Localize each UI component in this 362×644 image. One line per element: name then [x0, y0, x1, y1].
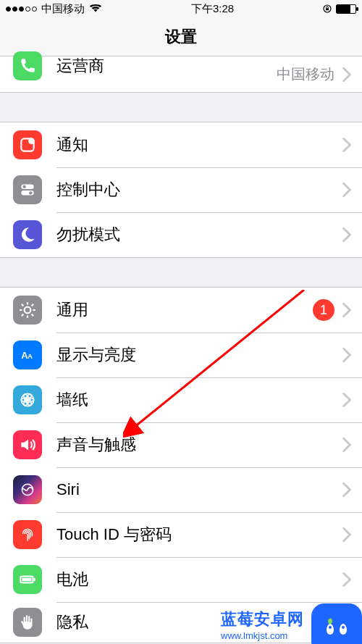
svg-point-8 — [25, 307, 31, 314]
signal-dots-icon — [6, 7, 37, 12]
chevron-right-icon — [342, 392, 352, 408]
fingerprint-icon — [13, 520, 42, 549]
group-device: 通知 控制中心 勿扰模式 — [0, 122, 362, 258]
row-dnd[interactable]: 勿扰模式 — [0, 212, 362, 257]
row-label: 墙纸 — [42, 389, 342, 411]
wifi-icon — [89, 3, 102, 15]
row-label: 控制中心 — [42, 179, 342, 201]
svg-rect-1 — [326, 8, 329, 10]
svg-point-3 — [28, 138, 35, 144]
battery-icon — [336, 4, 356, 14]
watermark-title: 蓝莓安卓网 — [221, 609, 304, 630]
svg-rect-27 — [22, 578, 31, 581]
row-general[interactable]: 通用 1 — [0, 288, 362, 333]
chevron-right-icon — [342, 67, 352, 83]
hand-icon — [13, 608, 42, 637]
row-wallpaper[interactable]: 墙纸 — [0, 377, 362, 422]
chevron-right-icon — [342, 347, 352, 363]
row-label: Touch ID 与密码 — [42, 524, 342, 545]
svg-point-7 — [29, 191, 32, 194]
chevron-right-icon — [342, 137, 352, 153]
screen: 中国移动 下午3:28 设置 运营商 中国移动 — [0, 0, 362, 644]
battery-row-icon — [13, 565, 42, 594]
row-control-center[interactable]: 控制中心 — [0, 167, 362, 212]
row-label: 勿扰模式 — [42, 224, 342, 246]
status-right — [323, 3, 356, 15]
badge-count: 1 — [313, 299, 334, 321]
row-label: Siri — [42, 480, 342, 499]
nav-bar: 设置 — [0, 17, 362, 57]
watermark: 蓝莓安卓网 www.lmkjst.com — [222, 593, 362, 644]
chevron-right-icon — [342, 182, 352, 198]
row-label: 运营商 — [42, 55, 277, 77]
row-label: 显示与亮度 — [42, 344, 342, 366]
row-siri[interactable]: Siri — [0, 467, 362, 512]
chevron-right-icon — [342, 437, 352, 453]
phone-icon — [13, 51, 42, 80]
svg-line-15 — [22, 314, 23, 316]
notifications-icon — [13, 130, 42, 159]
carrier-label: 中国移动 — [41, 2, 85, 16]
chevron-right-icon — [342, 482, 352, 498]
siri-icon — [13, 475, 42, 504]
chevron-right-icon — [342, 572, 352, 587]
display-icon: AA — [13, 340, 42, 369]
row-value: 中国移动 — [277, 64, 334, 84]
row-carrier[interactable]: 运营商 中国移动 — [0, 57, 362, 93]
watermark-url: www.lmkjst.com — [221, 630, 287, 641]
svg-line-13 — [22, 304, 23, 306]
svg-rect-26 — [34, 578, 35, 581]
status-left: 中国移动 — [6, 2, 102, 16]
row-label: 通用 — [42, 299, 313, 321]
page-title: 设置 — [165, 26, 197, 48]
chevron-right-icon — [342, 302, 352, 318]
watermark-logo-icon — [311, 603, 362, 644]
sound-icon — [13, 430, 42, 459]
row-sounds[interactable]: 声音与触感 — [0, 422, 362, 467]
svg-line-16 — [32, 304, 33, 306]
row-touchid[interactable]: Touch ID 与密码 — [0, 512, 362, 557]
row-display[interactable]: AA 显示与亮度 — [0, 333, 362, 377]
group-general: 通用 1 AA 显示与亮度 墙纸 声音与触感 — [0, 287, 362, 643]
chevron-right-icon — [342, 227, 352, 243]
rotation-lock-icon — [323, 3, 332, 15]
svg-text:A: A — [28, 352, 33, 360]
wallpaper-icon — [13, 385, 42, 414]
control-center-icon — [13, 175, 42, 204]
row-notifications[interactable]: 通知 — [0, 122, 362, 167]
chevron-right-icon — [342, 527, 352, 543]
gear-icon — [13, 296, 42, 325]
status-time: 下午3:28 — [191, 2, 234, 16]
svg-point-5 — [23, 185, 26, 188]
row-label: 声音与触感 — [42, 434, 342, 456]
status-bar: 中国移动 下午3:28 — [0, 0, 362, 17]
row-label: 通知 — [42, 134, 342, 156]
moon-icon — [13, 220, 42, 249]
svg-line-14 — [32, 314, 33, 316]
row-label: 电池 — [42, 569, 342, 590]
